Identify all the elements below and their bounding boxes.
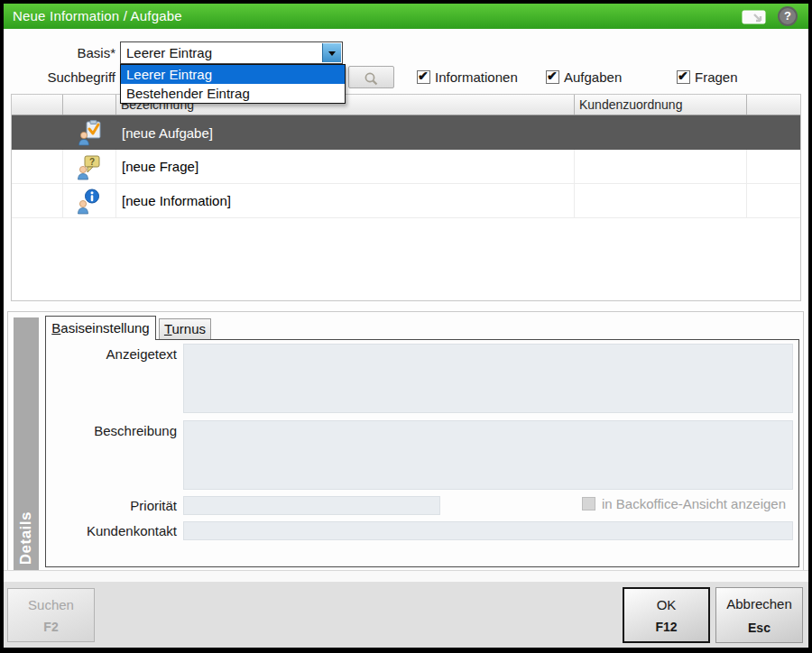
prioritaet-input[interactable] — [183, 496, 440, 515]
button-label: Suchen — [8, 597, 94, 612]
info-icon — [76, 188, 103, 215]
filter-aufgaben[interactable]: Aufgaben — [546, 69, 622, 85]
row-label: [neue Aufgabe] — [116, 125, 213, 141]
basis-combobox[interactable]: Leerer Eintrag — [120, 41, 343, 64]
filter-informationen[interactable]: Informationen — [417, 69, 518, 85]
button-label: OK — [624, 597, 708, 612]
chevron-down-icon[interactable] — [322, 43, 341, 62]
footer-spacer — [4, 571, 808, 582]
window-title: Neue Information / Aufgabe — [13, 4, 182, 29]
dialog-neue-information-aufgabe: Neue Information / Aufgabe ? Basis* Leer… — [0, 0, 812, 653]
filter-aufgaben-label: Aufgaben — [564, 69, 622, 85]
beschreibung-label: Beschreibung — [35, 423, 177, 438]
dropdown-option-bestehender-eintrag[interactable]: Bestehender Eintrag — [121, 84, 345, 103]
header-cell-empty-3 — [747, 95, 800, 115]
checkbox-checked-icon[interactable] — [417, 70, 430, 84]
button-label: Abbrechen — [716, 596, 802, 612]
suchen-button[interactable]: Suchen F2 — [7, 588, 95, 642]
svg-text:?: ? — [89, 156, 95, 166]
task-icon — [77, 119, 104, 146]
table-row-neue-frage[interactable]: ? [neue Frage] — [12, 150, 800, 184]
row-label: [neue Information] — [116, 193, 231, 208]
search-button[interactable] — [348, 66, 394, 88]
results-table: Bezeichnung Kundenzuordnung [neue Aufgab… — [11, 94, 801, 301]
basis-dropdown-list: Leerer Eintrag Bestehender Eintrag — [120, 64, 346, 104]
abbrechen-button[interactable]: Abbrechen Esc — [715, 587, 803, 643]
filter-fragen-label: Fragen — [695, 69, 738, 85]
anzeigetext-textarea[interactable] — [183, 344, 793, 413]
magnifier-icon — [364, 71, 379, 87]
button-shortcut: Esc — [716, 621, 802, 635]
filter-informationen-label: Informationen — [435, 69, 518, 85]
kundenkontakt-input[interactable] — [183, 521, 793, 540]
checkbox-unchecked-icon[interactable] — [582, 497, 595, 510]
ok-button[interactable]: OK F12 — [623, 587, 710, 643]
basis-combobox-value: Leerer Eintrag — [126, 42, 212, 63]
header-cell-empty-1 — [12, 95, 63, 115]
details-panel: Details Basiseinstellung Turnus Anzeiget… — [7, 311, 804, 578]
row-label: [neue Frage] — [116, 159, 198, 174]
popout-window-icon[interactable] — [742, 9, 769, 25]
dialog-content: Basis* Leerer Eintrag Leerer Eintrag Bes… — [4, 29, 808, 648]
filter-fragen[interactable]: Fragen — [677, 69, 738, 85]
table-row-neue-information[interactable]: [neue Information] — [12, 184, 800, 218]
suchbegriff-label: Suchbegriff — [25, 67, 115, 88]
button-shortcut: F2 — [8, 620, 94, 634]
basis-label: Basis* — [25, 42, 115, 64]
beschreibung-textarea[interactable] — [183, 420, 793, 490]
help-button[interactable]: ? — [778, 6, 798, 26]
backoffice-checkbox-group[interactable]: in Backoffice-Ansicht anzeigen — [582, 496, 786, 511]
question-icon: ? — [76, 153, 103, 180]
tab-basiseinstellung[interactable]: Basiseinstellung — [45, 316, 156, 340]
tab-turnus[interactable]: Turnus — [159, 318, 211, 339]
header-cell-kundenzuordnung[interactable]: Kundenzuordnung — [575, 95, 747, 115]
footer-bar: Suchen F2 OK F12 Abbrechen Esc — [4, 582, 808, 648]
table-row-neue-aufgabe[interactable]: [neue Aufgabe] — [12, 115, 800, 150]
details-sidebar-label: Details — [17, 511, 35, 565]
title-bar: Neue Information / Aufgabe ? — [4, 4, 808, 29]
button-shortcut: F12 — [624, 620, 708, 634]
kundenkontakt-label: Kundenkontakt — [35, 523, 177, 538]
backoffice-label: in Backoffice-Ansicht anzeigen — [602, 496, 786, 511]
checkbox-checked-icon[interactable] — [546, 70, 559, 84]
header-cell-empty-2 — [63, 95, 116, 115]
dropdown-option-leerer-eintrag[interactable]: Leerer Eintrag — [121, 65, 345, 84]
prioritaet-label: Priorität — [35, 498, 177, 513]
checkbox-checked-icon[interactable] — [677, 70, 690, 84]
anzeigetext-label: Anzeigetext — [35, 346, 177, 362]
